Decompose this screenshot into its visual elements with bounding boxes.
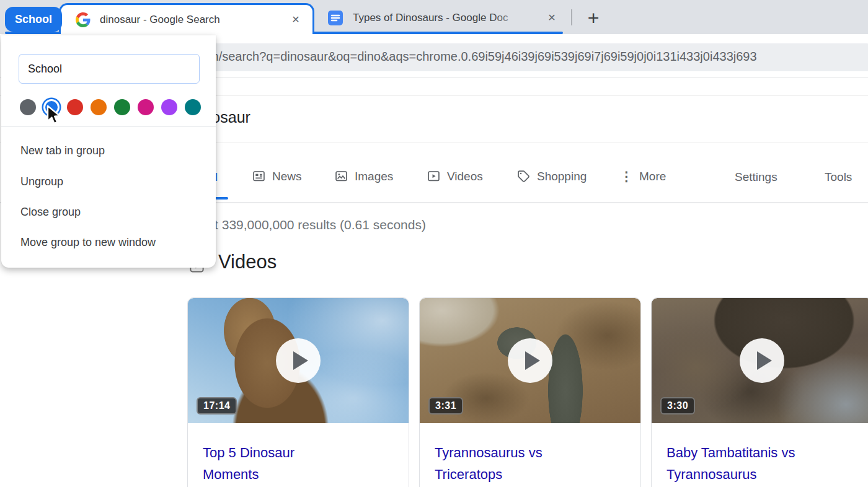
google-docs-favicon-icon — [327, 10, 343, 26]
menu-item-new-tab-in-group[interactable]: New tab in group — [20, 144, 105, 157]
color-swatch-purple[interactable] — [161, 99, 177, 115]
video-title-link[interactable]: Baby Tambatitanis vs Tyrannosaurus — [652, 423, 828, 485]
video-card[interactable]: 3:30 Baby Tambatitanis vs Tyrannosaurus — [651, 297, 868, 487]
play-icon — [525, 351, 540, 370]
title-fade — [492, 12, 536, 24]
video-card[interactable]: 17:14 Top 5 Dinosaur Moments — [187, 297, 409, 487]
cursor-icon — [46, 105, 64, 129]
video-thumbnail-sauropod[interactable]: 3:31 — [420, 298, 640, 423]
tab-strip: School dinosaur - Google Search ✕ Types … — [0, 0, 868, 34]
play-button[interactable] — [276, 338, 321, 383]
tab-images[interactable]: Images — [334, 169, 393, 183]
address-bar[interactable]: m/search?q=dinosaur&oq=dino&aqs=chrome.0… — [186, 43, 868, 71]
close-icon[interactable]: ✕ — [545, 12, 559, 24]
url-text: m/search?q=dinosaur&oq=dino&aqs=chrome.0… — [208, 50, 757, 64]
more-dots-icon: ⋮ — [620, 169, 633, 184]
tab-group-label[interactable]: School — [5, 7, 62, 32]
tab-news[interactable]: News — [252, 169, 302, 183]
tools-link[interactable]: Tools — [825, 170, 852, 184]
close-icon[interactable]: ✕ — [289, 14, 303, 25]
tab-dinosaur-search[interactable]: dinosaur - Google Search ✕ — [59, 3, 314, 34]
video-title-link[interactable]: Tyrannosaurus vs Triceratops — [420, 423, 596, 485]
settings-link[interactable]: Settings — [735, 170, 777, 184]
play-button[interactable] — [740, 338, 784, 383]
browser-window: { "colors": { "group": "#1a73e8", "link"… — [0, 0, 868, 487]
color-swatch-pink[interactable] — [138, 99, 154, 115]
video-duration-badge: 17:14 — [197, 397, 237, 415]
color-swatch-cyan[interactable] — [185, 99, 201, 115]
tab-more[interactable]: ⋮ More — [620, 169, 666, 184]
tab-dinosaur-doc[interactable]: Types of Dinosaurs - Google Doc ✕ — [317, 4, 560, 32]
videos-section-heading: Videos — [218, 251, 277, 273]
play-icon — [757, 351, 772, 370]
tab-title: dinosaur - Google Search — [100, 14, 280, 26]
menu-item-move-group[interactable]: Move group to new window — [20, 236, 156, 249]
tab-shopping[interactable]: Shopping — [516, 169, 587, 183]
shopping-tag-icon — [516, 169, 531, 183]
play-icon — [293, 351, 308, 370]
video-title-link[interactable]: Top 5 Dinosaur Moments — [188, 423, 365, 485]
result-stats: About 339,000,000 results (0.61 seconds) — [184, 217, 426, 232]
video-card[interactable]: 3:31 Tyrannosaurus vs Triceratops — [419, 297, 641, 487]
tab-separator — [571, 9, 572, 25]
news-icon — [252, 169, 266, 183]
menu-divider — [1, 126, 216, 127]
color-swatch-grey[interactable] — [20, 99, 36, 115]
google-favicon-icon — [76, 12, 91, 27]
menu-item-ungroup[interactable]: Ungroup — [20, 175, 63, 188]
play-button[interactable] — [508, 338, 552, 383]
video-duration-badge: 3:31 — [428, 397, 463, 415]
tab-group-menu: New tab in group Ungroup Close group Mov… — [1, 35, 216, 268]
color-swatch-orange[interactable] — [91, 99, 107, 115]
video-play-icon — [427, 169, 441, 183]
images-icon — [334, 169, 348, 183]
tab-videos[interactable]: Videos — [427, 169, 483, 183]
tab-title: Types of Dinosaurs - Google Doc — [353, 12, 536, 24]
video-duration-badge: 3:30 — [660, 397, 695, 415]
menu-item-close-group[interactable]: Close group — [20, 206, 81, 219]
video-thumbnail-trex[interactable]: 3:30 — [652, 298, 868, 423]
color-swatch-green[interactable] — [114, 99, 130, 115]
video-thumbnail-dinosaur-sky[interactable]: 17:14 — [188, 298, 409, 423]
new-tab-icon[interactable]: + — [581, 6, 606, 30]
color-swatch-red[interactable] — [67, 99, 83, 115]
group-name-input[interactable] — [19, 54, 200, 84]
